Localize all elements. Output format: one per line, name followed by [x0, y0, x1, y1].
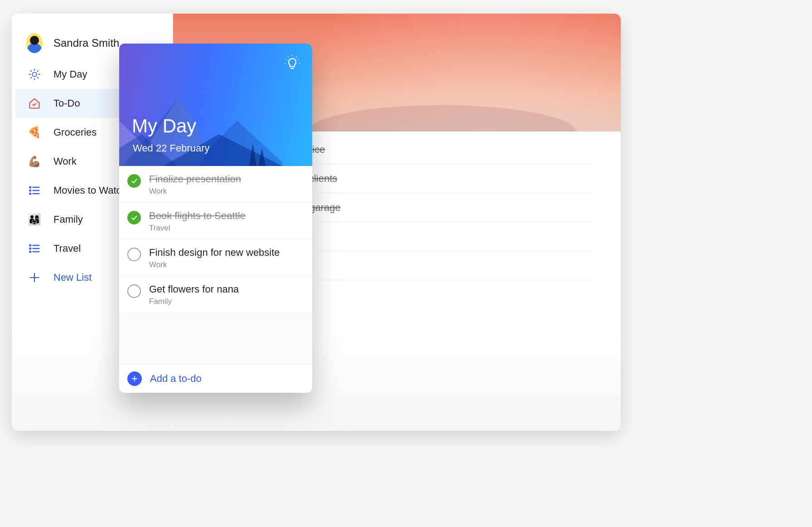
task-list-label: Work: [149, 187, 241, 196]
svg-point-30: [292, 55, 293, 56]
svg-line-5: [31, 71, 32, 72]
sidebar-item-label: Travel: [53, 243, 81, 254]
task-checkbox[interactable]: [127, 284, 141, 298]
card-task-list: Finalize presentation Work Book flights …: [119, 166, 312, 364]
task-item[interactable]: Book flights to Seattle Travel: [119, 203, 312, 239]
svg-line-8: [38, 71, 39, 72]
list-icon: [26, 240, 43, 257]
sidebar-item-label: To-Do: [53, 98, 80, 109]
svg-point-27: [299, 63, 300, 64]
task-list-label: Family: [149, 297, 239, 306]
check-icon: [130, 177, 138, 185]
svg-point-25: [298, 59, 299, 60]
avatar: [26, 35, 43, 51]
sidebar-item-label: Work: [53, 156, 77, 167]
list-icon: [26, 182, 43, 199]
card-title: My Day: [132, 115, 196, 137]
task-title: Book flights to Seattle: [149, 210, 246, 222]
svg-point-15: [29, 245, 31, 246]
svg-point-13: [29, 193, 31, 195]
svg-point-26: [285, 63, 285, 64]
svg-point-11: [29, 190, 31, 191]
task-list-label: Travel: [149, 224, 246, 233]
svg-point-17: [29, 248, 31, 249]
task-title: Finish design for new website: [149, 247, 280, 259]
my-day-card: My Day Wed 22 February Finalize presenta…: [119, 44, 312, 393]
add-todo-label: Add a to-do: [150, 373, 202, 385]
task-checkbox[interactable]: [127, 174, 141, 188]
task-item[interactable]: Get flowers for nana Family: [119, 276, 312, 313]
svg-line-6: [38, 78, 39, 78]
family-icon: 👨‍👩‍👧: [26, 211, 43, 228]
plus-circle-icon: +: [127, 371, 142, 386]
sidebar-item-label: My Day: [53, 68, 87, 80]
home-check-icon: [26, 95, 43, 112]
new-list-label: New List: [53, 272, 92, 283]
task-item[interactable]: Finish design for new website Work: [119, 239, 312, 276]
check-icon: [130, 214, 138, 221]
pizza-icon: 🍕: [26, 124, 43, 141]
task-item[interactable]: Finalize presentation Work: [119, 166, 312, 203]
muscle-icon: 💪🏽: [26, 153, 43, 170]
sidebar-item-label: Family: [53, 214, 83, 225]
task-checkbox[interactable]: [127, 211, 141, 224]
sidebar-item-label: Movies to Watch: [53, 185, 127, 196]
sidebar-item-label: Groceries: [53, 127, 97, 138]
sun-icon: [26, 66, 43, 83]
svg-line-7: [31, 78, 32, 78]
task-title: Finalize presentation: [149, 173, 241, 185]
task-title: Get flowers for nana: [149, 283, 239, 295]
task-checkbox[interactable]: [127, 248, 141, 261]
svg-point-19: [29, 251, 31, 253]
background-window: Sandra Smith My Day To-Do 🍕 Groceries 💪�: [12, 14, 621, 431]
suggestions-button[interactable]: [280, 52, 304, 75]
lightbulb-icon: [283, 54, 301, 73]
add-todo-button[interactable]: + Add a to-do: [119, 364, 312, 393]
user-name: Sandra Smith: [53, 37, 119, 49]
svg-point-9: [29, 187, 31, 188]
svg-point-24: [286, 59, 287, 60]
svg-point-28: [288, 56, 289, 57]
task-list-label: Work: [149, 260, 280, 269]
plus-icon: [26, 269, 43, 286]
card-hero: My Day Wed 22 February: [119, 44, 312, 166]
svg-point-29: [296, 56, 297, 57]
card-date: Wed 22 February: [133, 142, 210, 154]
svg-point-0: [32, 72, 36, 76]
